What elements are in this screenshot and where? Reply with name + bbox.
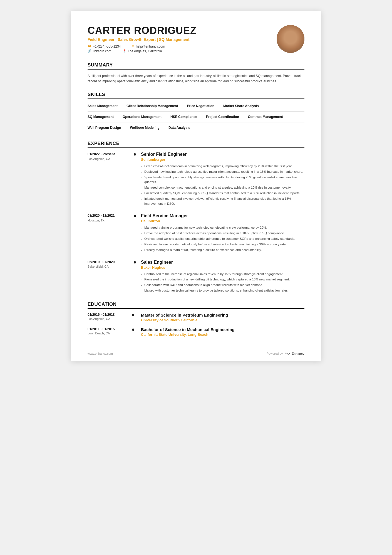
education-section: EDUCATION 01/2016 - 01/2018 Los Angeles,… [88,302,304,337]
candidate-name: CARTER RODRIGUEZ [88,25,277,36]
skills-section: SKILLS Sales Management Client Relations… [88,92,304,133]
bullet-2-1: Managed training programs for new techno… [141,225,304,230]
linkedin-url: linkedin.com [93,49,111,53]
skill-wellbore: Wellbore Modeling [130,125,164,131]
avatar-face [277,25,304,53]
experience-section: EXPERIENCE 01/2022 - Present Los Angeles… [88,141,304,294]
powered-by-text: Powered by [267,352,283,355]
exp-bullets-2: Managed training programs for new techno… [141,225,304,252]
experience-item-2: 08/2020 - 12/2021 Houston, TX Field Serv… [88,213,304,253]
exp-right-3: Sales Engineer Baker Hughes Contributed … [138,260,304,294]
skill-hse: HSE Compliance [170,114,202,120]
skill-market-share: Market Share Analysis [223,103,263,109]
location-text: Los Angeles, California [128,49,162,53]
exp-bullets-3: Contributed to the increase of regional … [141,272,304,293]
edu-school-1: University of Southern California [141,318,304,322]
edu-location-1: Los Angeles, CA [88,317,132,320]
location-contact: 📍 Los Angeles, California [123,49,162,53]
summary-section: SUMMARY A diligent professional with ove… [88,62,304,84]
linkedin-contact: 🔗 linkedin.com [88,49,111,53]
phone-contact: ☎ +1-(234)-555-1234 [88,45,121,48]
bullet-3-1: Contributed to the increase of regional … [141,272,304,277]
exp-date-1: 01/2022 - Present [88,152,129,157]
bullet-1-6: Initiated credit memos and invoice revie… [141,196,304,206]
exp-company-2: Halliburton [141,219,304,223]
edu-dot-2 [132,329,134,331]
footer-brand: Powered by Enhancv [267,352,304,356]
header-left: CARTER RODRIGUEZ Field Engineer | Sales … [88,25,277,54]
exp-left-2: 08/2020 - 12/2021 Houston, TX [88,213,132,253]
phone-number: +1-(234)-555-1234 [93,45,121,48]
exp-dot-col-2 [132,213,138,253]
edu-location-2: Long Beach, CA [88,332,132,335]
skill-price-negotiation: Price Negotiation [187,103,219,109]
exp-right-2: Field Service Manager Halliburton Manage… [138,213,304,253]
bullet-1-1: Led a cross-functional team in optimizin… [141,164,304,169]
bullet-3-4: Liaised with customer technical teams to… [141,288,304,293]
exp-company-3: Baker Hughes [141,265,304,270]
exp-company-1: Schlumberger [141,157,304,162]
contact-row-2: 🔗 linkedin.com 📍 Los Angeles, California [88,49,277,53]
education-item-1: 01/2016 - 01/2018 Los Angeles, CA Master… [88,313,304,322]
avatar [277,25,304,53]
candidate-title: Field Engineer | Sales Growth Expert | S… [88,37,277,42]
edu-degree-1: Master of Science in Petroleum Engineeri… [141,313,304,317]
edu-dot-col-2 [132,327,138,337]
header: CARTER RODRIGUEZ Field Engineer | Sales … [88,25,304,54]
exp-bullets-1: Led a cross-functional team in optimizin… [141,164,304,206]
bullet-2-5: Directly managed a team of 50, fostering… [141,248,304,253]
skill-operations: Operations Management [123,114,166,120]
skill-project-coord: Project Coordination [206,114,244,120]
location-icon: 📍 [123,49,126,53]
skills-row-3: Well Program Design Wellbore Modeling Da… [88,125,304,133]
edu-date-1: 01/2016 - 01/2018 [88,313,132,317]
bullet-1-5: Facilitated quarterly SQM, enhancing our… [141,191,304,196]
resume-page: CARTER RODRIGUEZ Field Engineer | Sales … [71,11,321,361]
bullet-2-2: Drove the adoption of best practices acr… [141,231,304,236]
skill-sq-management: SQ Management [88,114,118,120]
exp-date-3: 06/2019 - 07/2020 [88,260,129,265]
education-title: EDUCATION [88,302,304,309]
exp-location-1: Los Angeles, CA [88,157,129,161]
skill-well-program: Well Program Design [88,125,125,131]
bullet-2-3: Orchestrated wellsite audits, ensuring s… [141,236,304,241]
skill-data-analysis: Data Analysis [168,125,195,131]
experience-item-1: 01/2022 - Present Los Angeles, CA Senior… [88,152,304,207]
skill-crm: Client Relationship Management [126,103,182,109]
bullet-2-4: Reviewed failure reports meticulously be… [141,242,304,247]
bullet-1-3: Spearheaded weekly and monthly strategic… [141,175,304,185]
footer-website: www.enhancv.com [88,352,113,355]
skill-sales-management: Sales Management [88,103,122,109]
edu-left-1: 01/2016 - 01/2018 Los Angeles, CA [88,313,132,322]
brand-name: Enhancv [292,352,304,355]
email-address: help@enhancv.com [136,45,165,48]
exp-dot-col-1 [132,152,138,207]
edu-right-2: Bachelor of Science in Mechanical Engine… [138,327,304,337]
exp-job-title-3: Sales Engineer [141,260,304,265]
exp-job-title-1: Senior Field Engineer [141,152,304,157]
edu-right-1: Master of Science in Petroleum Engineeri… [138,313,304,322]
bullet-3-2: Pioneered the introduction of a new dril… [141,277,304,282]
skills-row-2: SQ Management Operations Management HSE … [88,114,304,122]
exp-dot-1 [134,153,136,156]
exp-dot-col-3 [132,260,138,294]
email-contact: ✉ help@enhancv.com [132,45,165,48]
exp-left-1: 01/2022 - Present Los Angeles, CA [88,152,132,207]
edu-dot-1 [132,314,134,316]
bullet-3-3: Collaborated with R&D and operations to … [141,283,304,288]
exp-right-1: Senior Field Engineer Schlumberger Led a… [138,152,304,207]
exp-dot-3 [134,261,136,263]
edu-degree-2: Bachelor of Science in Mechanical Engine… [141,327,304,332]
summary-text: A diligent professional with over three … [88,73,304,84]
edu-left-2: 01/2011 - 01/2015 Long Beach, CA [88,327,132,337]
email-icon: ✉ [132,45,134,48]
edu-school-2: California State University, Long Beach [141,332,304,337]
phone-icon: ☎ [88,45,91,48]
bullet-1-2: Deployed new logging technology across f… [141,169,304,174]
exp-location-3: Bakersfield, CA [88,265,129,268]
experience-item-3: 06/2019 - 07/2020 Bakersfield, CA Sales … [88,260,304,294]
exp-job-title-2: Field Service Manager [141,213,304,218]
exp-location-2: Houston, TX [88,219,129,222]
linkedin-icon: 🔗 [88,49,91,53]
edu-dot-col-1 [132,313,138,322]
